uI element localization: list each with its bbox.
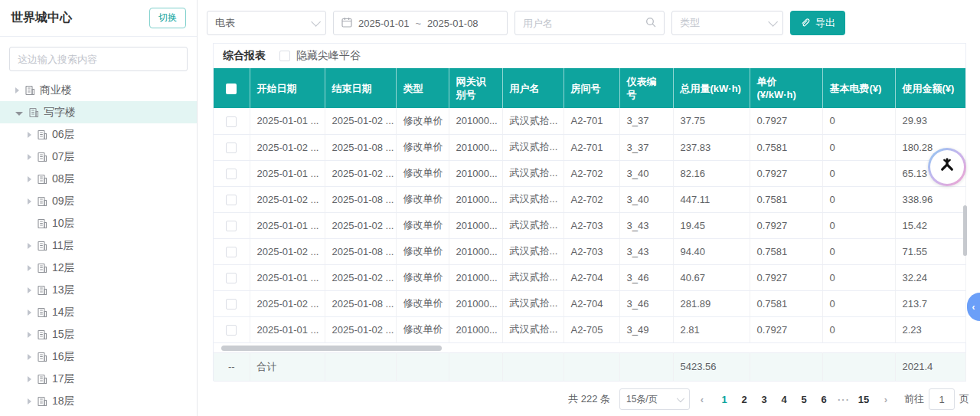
tree-item-06层[interactable]: 06层 — [0, 123, 197, 146]
tree-item-07层[interactable]: 07层 — [0, 146, 197, 168]
building-icon — [37, 374, 47, 385]
caret-icon[interactable] — [15, 112, 23, 116]
username-input[interactable] — [523, 18, 630, 29]
table-row[interactable]: 2025-01-01 ...2025-01-02 ...修改单价201000..… — [214, 108, 965, 134]
prev-page-button[interactable]: ‹ — [693, 394, 711, 405]
building-icon — [37, 396, 47, 407]
summary-cell: 2021.4 — [895, 352, 965, 381]
report-table-head: 开始日期结束日期类型网关识别号用户名房间号仪表编号总用量(kW·h)单价(¥/k… — [214, 68, 965, 108]
page-number-15[interactable]: 15 — [854, 391, 874, 408]
row-checkbox[interactable] — [226, 116, 237, 127]
brand-logo-badge[interactable] — [928, 148, 966, 186]
table-cell: 201000... — [449, 160, 502, 186]
row-checkbox[interactable] — [226, 273, 237, 283]
select-all-checkbox[interactable] — [226, 84, 237, 94]
tree-search-input[interactable] — [9, 47, 188, 71]
table-row[interactable]: 2025-01-01 ...2025-01-02 ...修改单价201000..… — [214, 160, 965, 186]
table-cell: 201000... — [449, 212, 502, 238]
table-row[interactable]: 2025-01-02 ...2025-01-08 ...修改单价201000..… — [214, 290, 965, 316]
export-button[interactable]: 导出 — [790, 11, 845, 35]
tree-item-写字楼[interactable]: 写字楼 — [0, 101, 197, 123]
page-number-6[interactable]: 6 — [814, 391, 834, 408]
goto-page-input[interactable] — [929, 388, 955, 410]
caret-icon[interactable] — [15, 87, 19, 93]
table-row[interactable]: 2025-01-02 ...2025-01-08 ...修改单价201000..… — [214, 134, 965, 160]
table-cell: 3_37 — [619, 134, 673, 160]
tree-item-16层[interactable]: 16层 — [0, 346, 197, 368]
row-checkbox[interactable] — [226, 325, 237, 336]
tree-item-14层[interactable]: 14层 — [0, 301, 197, 323]
caret-icon[interactable] — [28, 132, 31, 138]
caret-icon[interactable] — [28, 376, 31, 382]
page-number-4[interactable]: 4 — [774, 391, 794, 408]
table-cell: 0.7581 — [750, 290, 822, 316]
tree-item-12层[interactable]: 12层 — [0, 257, 197, 279]
table-cell: 2025-01-08 ... — [325, 238, 396, 264]
tree-item-label: 11层 — [52, 239, 74, 253]
tree-item-商业楼[interactable]: 商业楼 — [0, 79, 197, 101]
caret-icon[interactable] — [28, 310, 31, 316]
tree-item-15层[interactable]: 15层 — [0, 323, 197, 346]
table-cell: 0.7927 — [750, 160, 822, 186]
table-cell: 0.7581 — [750, 238, 822, 264]
tree-item-11层[interactable]: 11层 — [0, 234, 197, 257]
type-select[interactable]: 类型 — [671, 11, 783, 35]
table-cell: 0 — [822, 108, 895, 134]
row-checkbox[interactable] — [226, 221, 237, 231]
row-checkbox[interactable] — [226, 247, 237, 257]
table-row[interactable]: 2025-01-01 ...2025-01-02 ...修改单价201000..… — [214, 212, 965, 238]
table-cell: A2-702 — [564, 160, 619, 186]
caret-icon[interactable] — [28, 198, 31, 205]
switch-building-button[interactable]: 切换 — [149, 8, 186, 28]
horizontal-scrollbar-thumb[interactable] — [221, 346, 442, 351]
caret-icon[interactable] — [28, 287, 31, 293]
caret-icon[interactable] — [28, 398, 31, 405]
page-number-5[interactable]: 5 — [794, 391, 814, 408]
table-cell: 0 — [822, 238, 895, 264]
page-number-1[interactable]: 1 — [714, 391, 734, 408]
caret-icon[interactable] — [28, 243, 31, 249]
page-size-select[interactable]: 15条/页 — [619, 388, 690, 410]
tree-item-18层[interactable]: 18层 — [0, 390, 197, 412]
row-checkbox[interactable] — [226, 299, 237, 310]
table-cell: 32.24 — [895, 264, 965, 290]
row-checkbox[interactable] — [226, 195, 237, 205]
table-cell: 0.7581 — [750, 134, 822, 160]
summary-cell — [750, 352, 822, 381]
chevron-down-icon — [677, 394, 684, 401]
caret-icon[interactable] — [28, 154, 31, 160]
date-range-picker[interactable]: 2025-01-01 ~ 2025-01-08 — [333, 11, 508, 35]
tree-item-09层[interactable]: 09层 — [0, 190, 197, 212]
tree-item-13层[interactable]: 13层 — [0, 279, 197, 301]
next-page-button[interactable]: › — [877, 394, 895, 405]
hide-peak-valley-checkbox[interactable]: 隐藏尖峰平谷 — [279, 49, 361, 63]
tree-item-10层[interactable]: 10层 — [0, 212, 197, 234]
caret-icon[interactable] — [28, 354, 31, 360]
table-row[interactable]: 2025-01-01 ...2025-01-02 ...修改单价201000..… — [214, 264, 965, 290]
tree-item-label: 18层 — [52, 395, 75, 408]
filter-toolbar: 电表 2025-01-01 ~ 2025-01-08 类型 导出 — [198, 0, 980, 35]
trident-logo-icon — [937, 156, 957, 179]
caret-icon[interactable] — [28, 176, 31, 182]
page-number-2[interactable]: 2 — [734, 391, 754, 408]
tree-item-17层[interactable]: 17层 — [0, 368, 197, 390]
row-checkbox[interactable] — [226, 142, 237, 153]
table-row[interactable]: 2025-01-02 ...2025-01-08 ...修改单价201000..… — [214, 186, 965, 212]
table-cell: 3_49 — [619, 316, 673, 342]
page-number-3[interactable]: 3 — [754, 391, 774, 408]
table-row[interactable]: 2025-01-02 ...2025-01-08 ...修改单价201000..… — [214, 238, 965, 264]
meter-type-select[interactable]: 电表 — [207, 11, 326, 35]
table-cell: 0 — [822, 134, 895, 160]
vertical-scrollbar-thumb[interactable] — [963, 205, 967, 256]
table-cell: 201000... — [449, 290, 502, 316]
table-cell: 2025-01-02 ... — [250, 238, 325, 264]
caret-icon[interactable] — [28, 332, 31, 338]
username-search-field[interactable] — [514, 11, 665, 35]
summary-cell — [822, 352, 895, 381]
caret-icon[interactable] — [28, 265, 31, 271]
tree-item-08层[interactable]: 08层 — [0, 168, 197, 190]
table-cell: 201000... — [449, 134, 502, 160]
table-row[interactable]: 2025-01-01 ...2025-01-02 ...修改单价201000..… — [214, 316, 965, 342]
checkbox-icon[interactable] — [279, 51, 290, 61]
row-checkbox[interactable] — [226, 169, 237, 179]
